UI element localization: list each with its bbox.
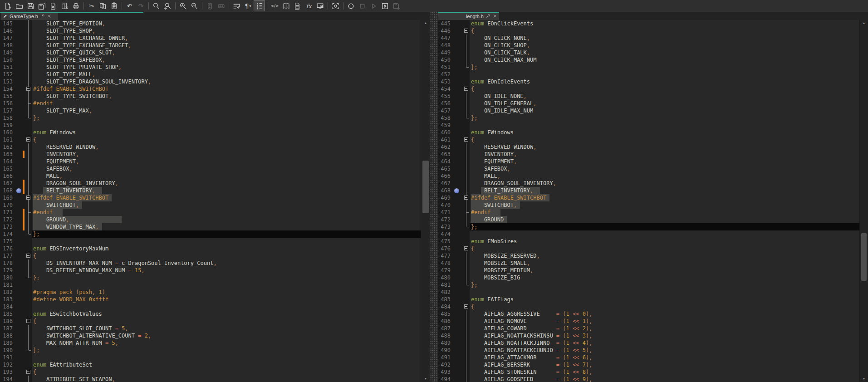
line-number[interactable]: 149 bbox=[0, 49, 15, 56]
bookmark-margin[interactable] bbox=[453, 267, 460, 274]
bookmark-margin[interactable] bbox=[15, 194, 22, 201]
fold-margin[interactable] bbox=[25, 165, 32, 172]
line-number[interactable]: 480 bbox=[438, 274, 453, 281]
code-text[interactable] bbox=[32, 281, 421, 289]
code-line[interactable]: 458}; bbox=[438, 114, 860, 122]
fold-margin[interactable] bbox=[25, 245, 32, 252]
code-line[interactable]: 451}; bbox=[438, 64, 860, 71]
line-number[interactable]: 460 bbox=[438, 129, 453, 136]
show-all-characters-icon[interactable]: ¶▾ bbox=[243, 1, 253, 11]
code-line[interactable]: 171#endif bbox=[0, 209, 421, 216]
fold-margin[interactable] bbox=[25, 252, 32, 260]
bookmark-margin[interactable] bbox=[453, 354, 460, 361]
line-number[interactable]: 466 bbox=[438, 172, 453, 180]
code-line[interactable]: 486 AIFLAG_NOMOVE = (1 << 1), bbox=[438, 318, 860, 325]
line-number[interactable]: 164 bbox=[0, 158, 15, 165]
line-number[interactable]: 475 bbox=[438, 238, 453, 245]
code-text[interactable]: ON_CLICK_NONE, bbox=[470, 34, 860, 42]
bookmark-margin[interactable] bbox=[15, 376, 22, 382]
line-number[interactable]: 459 bbox=[438, 122, 453, 129]
fold-toggle[interactable] bbox=[26, 370, 30, 374]
fold-margin[interactable] bbox=[463, 223, 470, 230]
editor-pane-right[interactable]: 445enum EOnClickEvents446{447 ON_CLICK_N… bbox=[438, 20, 868, 382]
view-source-icon[interactable]: </> bbox=[270, 1, 280, 11]
bookmark-margin[interactable] bbox=[15, 78, 22, 85]
code-text[interactable]: INVENTORY, bbox=[470, 151, 860, 158]
bookmark-margin[interactable] bbox=[453, 122, 460, 129]
code-text[interactable]: }; bbox=[470, 114, 860, 122]
code-line[interactable]: 153 SLOT_TYPE_DRAGON_SOUL_INVENTORY, bbox=[0, 78, 421, 85]
fold-margin[interactable] bbox=[463, 303, 470, 310]
code-line[interactable]: 159 bbox=[0, 122, 421, 129]
fold-margin[interactable] bbox=[25, 71, 32, 78]
fold-margin[interactable] bbox=[463, 78, 470, 85]
bookmark-margin[interactable] bbox=[453, 158, 460, 165]
code-line[interactable]: 473}; bbox=[438, 223, 860, 230]
line-number[interactable]: 486 bbox=[438, 318, 453, 325]
line-number[interactable]: 488 bbox=[438, 332, 453, 339]
line-number[interactable]: 455 bbox=[438, 93, 453, 100]
bookmark-margin[interactable] bbox=[15, 274, 22, 281]
fold-margin[interactable] bbox=[25, 93, 32, 100]
line-number[interactable]: 173 bbox=[0, 223, 15, 230]
code-text[interactable]: MOBSIZE_RESERVED, bbox=[470, 252, 860, 260]
bookmark-margin[interactable] bbox=[15, 339, 22, 347]
code-area-length[interactable]: 445enum EOnClickEvents446{447 ON_CLICK_N… bbox=[438, 20, 860, 382]
line-number[interactable]: 162 bbox=[0, 143, 15, 151]
bookmark-margin[interactable] bbox=[453, 201, 460, 209]
bookmark-margin[interactable] bbox=[453, 165, 460, 172]
fold-margin[interactable] bbox=[25, 78, 32, 85]
fold-margin[interactable] bbox=[463, 260, 470, 267]
new-file-icon[interactable] bbox=[3, 1, 13, 11]
bookmark-margin[interactable] bbox=[15, 252, 22, 260]
code-line[interactable]: 190}; bbox=[0, 347, 421, 354]
code-text[interactable]: EQUIPMENT, bbox=[470, 158, 860, 165]
save-all-icon[interactable] bbox=[37, 1, 47, 11]
fold-margin[interactable] bbox=[25, 20, 32, 27]
tab-gametype-h[interactable]: GameType.h bbox=[1, 13, 58, 20]
bookmark-margin[interactable] bbox=[15, 332, 22, 339]
code-text[interactable]: GROUND bbox=[470, 216, 860, 223]
line-number[interactable]: 472 bbox=[438, 216, 453, 223]
line-number[interactable]: 487 bbox=[438, 325, 453, 332]
scrollbar-thumb[interactable] bbox=[861, 233, 867, 281]
sync-vertical-scroll-icon[interactable] bbox=[205, 1, 215, 11]
code-text[interactable]: }; bbox=[32, 347, 421, 354]
line-number[interactable]: 176 bbox=[0, 245, 15, 252]
line-number[interactable]: 186 bbox=[0, 318, 15, 325]
fold-margin[interactable] bbox=[25, 303, 32, 310]
code-line[interactable]: 448 ON_CLICK_SHOP, bbox=[438, 42, 860, 49]
line-number[interactable]: 172 bbox=[0, 216, 15, 223]
bookmark-margin[interactable] bbox=[453, 172, 460, 180]
bookmark-margin[interactable] bbox=[15, 85, 22, 93]
line-number[interactable]: 464 bbox=[438, 158, 453, 165]
code-line[interactable]: 482 bbox=[438, 289, 860, 296]
bookmark-margin[interactable] bbox=[453, 85, 460, 93]
bookmark-margin[interactable] bbox=[15, 201, 22, 209]
code-line[interactable]: 466 MALL, bbox=[438, 172, 860, 180]
monitoring-icon[interactable] bbox=[315, 1, 325, 11]
fold-toggle[interactable] bbox=[464, 137, 468, 142]
code-text[interactable]: SLOT_TYPE_QUICK_SLOT, bbox=[32, 49, 421, 56]
bookmark-margin[interactable] bbox=[15, 136, 22, 143]
line-number[interactable]: 183 bbox=[0, 296, 15, 303]
code-text[interactable]: SLOT_TYPE_EMOTION, bbox=[32, 20, 421, 27]
code-line[interactable]: 478 MOBSIZE_SMALL, bbox=[438, 260, 860, 267]
code-text[interactable]: ON_CLICK_MAX_NUM bbox=[470, 56, 860, 64]
code-text[interactable]: DRAGON_SOUL_INVENTORY, bbox=[32, 180, 421, 187]
scroll-up-icon[interactable]: ▲ bbox=[860, 20, 868, 26]
code-text[interactable]: ON_IDLE_MAX_NUM bbox=[470, 107, 860, 114]
bookmark-margin[interactable] bbox=[15, 209, 22, 216]
scroll-up-icon[interactable]: ▲ bbox=[421, 20, 430, 26]
code-text[interactable]: MALL, bbox=[32, 172, 421, 180]
bookmark-margin[interactable] bbox=[453, 56, 460, 64]
code-line[interactable]: 186{ bbox=[0, 318, 421, 325]
code-line[interactable]: 189 MAX_NORM_ATTR_NUM = 5, bbox=[0, 339, 421, 347]
bookmark-margin[interactable] bbox=[453, 71, 460, 78]
code-text[interactable]: SLOT_TYPE_EXCHANGE_OWNER, bbox=[32, 34, 421, 42]
code-text[interactable] bbox=[32, 303, 421, 310]
code-line[interactable]: 176enum EDSInventoryMaxNum bbox=[0, 245, 421, 252]
fold-margin[interactable] bbox=[25, 267, 32, 274]
code-line[interactable]: 484{ bbox=[438, 303, 860, 310]
scrollbar-left[interactable]: ▲ ▼ bbox=[421, 20, 430, 382]
